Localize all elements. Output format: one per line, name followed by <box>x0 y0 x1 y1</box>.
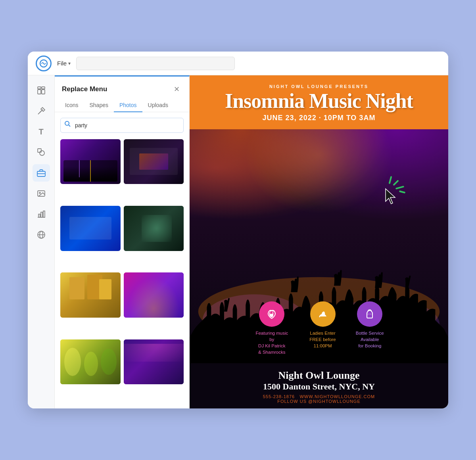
sidebar-icon-layout[interactable] <box>33 82 50 99</box>
svg-rect-8 <box>38 149 41 152</box>
tab-photos[interactable]: Photos <box>114 99 142 112</box>
flyer: NIGHT OWL LOUNGE PRESENTS Insomnia Music… <box>190 75 448 408</box>
svg-point-20 <box>65 121 69 125</box>
panel-tabs: Icons Shapes Photos Uploads <box>55 99 189 112</box>
search-wrap <box>55 112 189 137</box>
sidebar: T <box>28 75 55 408</box>
svg-rect-16 <box>43 211 45 217</box>
sidebar-icon-text[interactable]: T <box>33 123 50 140</box>
tab-shapes[interactable]: Shapes <box>84 99 113 112</box>
sidebar-icon-tools[interactable] <box>33 102 50 120</box>
flyer-crowd: Featuring music byDJ Kil Patrick& Shamro… <box>190 129 448 363</box>
top-search-input[interactable] <box>76 57 235 70</box>
flyer-icon-music: Featuring music byDJ Kil Patrick& Shamro… <box>254 301 290 355</box>
svg-rect-3 <box>38 90 41 94</box>
music-icon-text: Featuring music byDJ Kil Patrick& Shamro… <box>254 330 290 355</box>
flyer-title: Insomnia Music Night <box>202 90 436 112</box>
flyer-icon-ladies: Ladies EnterFREE before11:00PM <box>309 301 336 355</box>
svg-rect-1 <box>38 87 41 89</box>
top-bar: File ▾ <box>28 52 448 75</box>
sidebar-icon-globe[interactable] <box>33 226 50 243</box>
close-button[interactable]: ✕ <box>171 84 182 95</box>
app-logo <box>36 56 52 71</box>
photo-search-input[interactable] <box>60 118 184 133</box>
svg-rect-25 <box>270 312 271 314</box>
flyer-icons-row: Featuring music byDJ Kil Patrick& Shamro… <box>254 301 384 355</box>
ladies-icon-text: Ladies EnterFREE before11:00PM <box>309 330 336 349</box>
svg-rect-26 <box>272 312 273 314</box>
sidebar-icon-image[interactable] <box>33 185 50 202</box>
file-label: File <box>57 60 67 67</box>
photo-thumb-1[interactable] <box>60 139 121 184</box>
tab-uploads[interactable]: Uploads <box>142 99 174 112</box>
svg-point-12 <box>39 192 40 194</box>
sidebar-icon-shapes[interactable] <box>33 144 50 161</box>
svg-rect-15 <box>41 212 42 217</box>
photo-thumb-8[interactable] <box>124 339 184 385</box>
photo-thumb-5[interactable] <box>60 272 121 318</box>
panel-title: Replace Menu <box>62 85 107 93</box>
photo-thumb-3[interactable] <box>60 206 121 251</box>
photo-thumb-2[interactable] <box>124 139 184 184</box>
venue-phone: 555-238-1876 <box>263 394 295 399</box>
app-window: File ▾ T <box>28 52 448 408</box>
ladies-icon-circle <box>310 301 336 327</box>
sidebar-icon-briefcase[interactable] <box>33 164 50 182</box>
bottle-icon-text: Bottle ServiceAvailablefor Booking <box>356 330 384 349</box>
photo-thumb-6[interactable] <box>124 272 184 318</box>
svg-rect-14 <box>38 214 40 217</box>
venue-website: WWW.NIGHTOWLLOUNGE.COM <box>299 394 375 399</box>
file-menu[interactable]: File ▾ <box>57 60 71 67</box>
flyer-footer: Night Owl Lounge 1500 Danton Street, NYC… <box>190 363 448 408</box>
chevron-down-icon: ▾ <box>68 61 71 66</box>
venue-social: FOLLOW US @NIGHTOWLLOUNGE <box>198 399 440 404</box>
flyer-icon-bottle: Bottle ServiceAvailablefor Booking <box>356 301 384 355</box>
photo-thumb-7[interactable] <box>60 339 121 385</box>
svg-rect-2 <box>42 87 45 89</box>
main-area: T <box>28 75 448 408</box>
flyer-presents: NIGHT OWL LOUNGE PRESENTS <box>202 84 436 89</box>
flyer-banner: NIGHT OWL LOUNGE PRESENTS Insomnia Music… <box>190 75 448 129</box>
venue-address: 1500 Danton Street, NYC, NY <box>198 381 440 392</box>
venue-contact: 555-238-1876 WWW.NIGHTOWLLOUNGE.COM <box>198 394 440 399</box>
svg-point-7 <box>40 151 44 155</box>
flyer-subtitle: JUNE 23, 2022 · 10PM TO 3AM <box>202 114 436 122</box>
photo-grid <box>55 137 189 409</box>
photo-thumb-4[interactable] <box>124 206 184 251</box>
canvas-area: NIGHT OWL LOUNGE PRESENTS Insomnia Music… <box>190 75 448 408</box>
venue-name: Night Owl Lounge <box>198 370 440 381</box>
panel-header: Replace Menu ✕ <box>55 77 189 99</box>
crowd-lights <box>190 129 448 258</box>
svg-line-21 <box>69 125 70 126</box>
bottle-icon-circle <box>357 301 382 327</box>
svg-rect-4 <box>42 90 45 94</box>
replace-menu-panel: Replace Menu ✕ Icons Shapes Photos Uploa… <box>55 75 190 408</box>
sidebar-icon-chart[interactable] <box>33 205 50 223</box>
tab-icons[interactable]: Icons <box>60 99 84 112</box>
music-icon-circle <box>259 301 284 327</box>
search-icon <box>64 121 71 128</box>
